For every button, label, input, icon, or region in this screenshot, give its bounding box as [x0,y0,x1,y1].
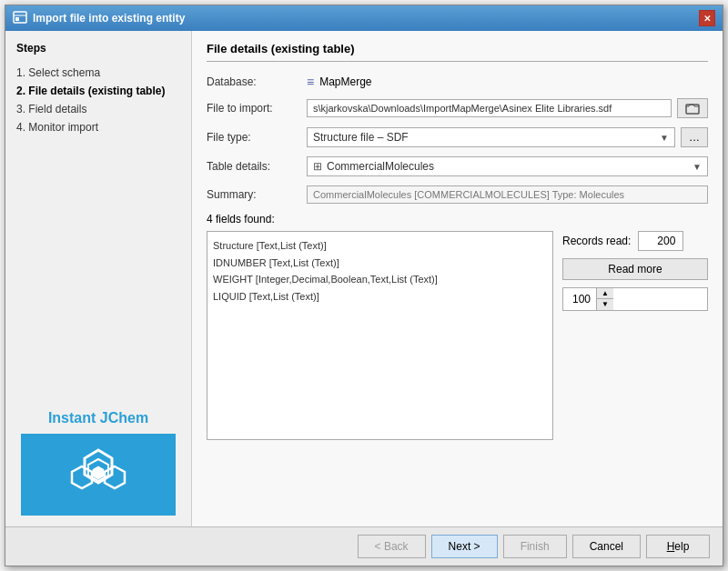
svg-marker-5 [93,466,104,479]
steps-list: 1. Select schema 2. File details (existi… [16,64,180,136]
table-details-value: ⊞ CommercialMolecules ▼ [307,156,708,176]
field-item: WEIGHT [Integer,Decimal,Boolean,Text,Lis… [213,271,547,288]
spinner-arrows: ▲ ▼ [596,288,613,310]
svg-rect-2 [15,17,19,21]
browse-button[interactable] [677,98,708,118]
browse-icon [685,102,700,115]
import-dialog: Import file into existing entity ✕ Steps… [5,5,723,566]
summary-label: Summary: [207,188,307,201]
spinner: 100 ▲ ▼ [562,287,708,311]
step-4: 4. Monitor import [16,118,180,136]
sidebar: Steps 1. Select schema 2. File details (… [5,31,192,526]
summary-text: CommercialMolecules [COMMERCIALMOLECULES… [307,185,708,204]
table-details-label: Table details: [207,160,307,173]
records-read-value: 200 [638,231,683,251]
summary-value: CommercialMolecules [COMMERCIALMOLECULES… [307,185,708,204]
file-type-select[interactable]: Structure file – SDF ▼ [307,127,675,147]
finish-button[interactable]: Finish [503,535,567,558]
table-details-row: Table details: ⊞ CommercialMolecules ▼ [207,156,708,176]
dialog-icon [13,11,27,25]
fields-area: Structure [Text,List (Text)]IDNUMBER [Te… [207,231,708,440]
jchem-logo-svg [66,443,130,506]
sidebar-bottom: Instant JChem [16,410,180,516]
file-import-value: s\kjarkovska\Downloads\ImportMapMerge\As… [307,98,708,118]
file-type-more-button[interactable]: … [681,127,708,147]
sidebar-title: Steps [16,42,180,55]
main-content: File details (existing table) Database: … [192,31,723,526]
help-label: Help [667,540,690,553]
database-name: MapMerge [319,75,371,88]
dropdown-arrow-icon: ▼ [660,133,669,143]
database-row: Database: ≡ MapMerge [207,75,708,89]
step-2: 2. File details (existing table) [16,82,180,100]
table-dropdown-arrow-icon: ▼ [693,162,702,172]
footer: < Back Next > Finish Cancel Help [5,526,723,566]
dialog-body: Steps 1. Select schema 2. File details (… [5,31,723,526]
next-button[interactable]: Next > [431,535,498,558]
summary-row: Summary: CommercialMolecules [COMMERCIAL… [207,185,708,204]
fields-found-label: 4 fields found: [207,213,708,225]
file-import-label: File to import: [207,102,307,115]
file-type-value: Structure file – SDF ▼ … [307,127,708,147]
section-title: File details (existing table) [207,42,708,62]
records-read-label: Records read: [562,235,631,247]
spinner-value: 100 [563,290,596,308]
database-label: Database: [207,75,307,88]
jchem-logo [21,434,176,516]
table-icon: ⊞ [313,160,322,173]
brand-label: Instant JChem [48,410,148,426]
cancel-button[interactable]: Cancel [572,535,641,558]
file-path-input[interactable]: s\kjarkovska\Downloads\ImportMapMerge\As… [307,99,672,117]
field-item: IDNUMBER [Text,List (Text)] [213,255,547,272]
fields-list: Structure [Text,List (Text)]IDNUMBER [Te… [207,231,553,440]
records-panel: Records read: 200 Read more 100 ▲ ▼ [562,231,708,440]
field-item: LIQUID [Text,List (Text)] [213,288,547,306]
table-details-select[interactable]: ⊞ CommercialMolecules ▼ [307,156,708,176]
records-read-row: Records read: 200 [562,231,708,251]
table-name: CommercialMolecules [327,160,434,173]
dialog-title: Import file into existing entity [33,12,185,25]
read-more-button[interactable]: Read more [562,258,708,280]
file-type-row: File type: Structure file – SDF ▼ … [207,127,708,147]
field-item: Structure [Text,List (Text)] [213,237,547,255]
file-type-selected: Structure file – SDF [313,131,409,144]
spinner-down-button[interactable]: ▼ [597,299,613,310]
close-button[interactable]: ✕ [699,10,715,26]
database-value: ≡ MapMerge [307,75,708,89]
step-3: 3. Field details [16,100,180,118]
title-bar: Import file into existing entity ✕ [5,5,723,31]
help-button[interactable]: Help [646,535,710,558]
spinner-up-button[interactable]: ▲ [597,288,613,299]
step-1: 1. Select schema [16,64,180,82]
database-icon: ≡ [307,75,314,89]
file-type-label: File type: [207,131,307,144]
back-button[interactable]: < Back [358,535,426,558]
file-import-row: File to import: s\kjarkovska\Downloads\I… [207,98,708,118]
title-bar-left: Import file into existing entity [13,11,185,25]
